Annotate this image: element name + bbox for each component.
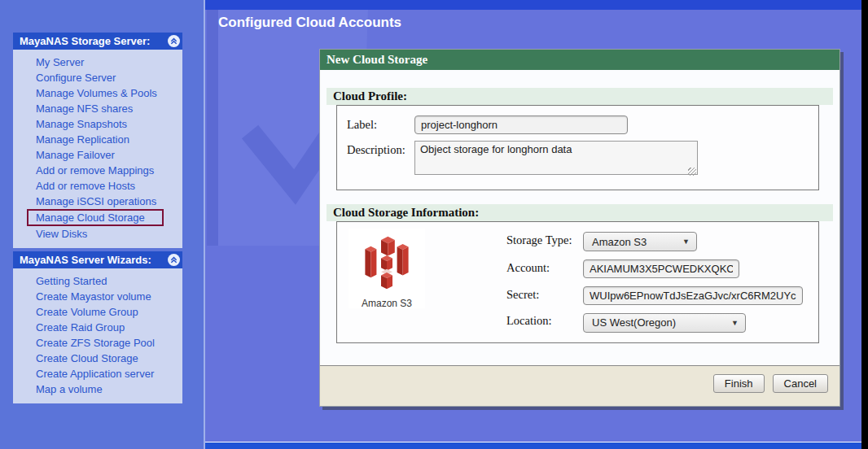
secret-label: Secret: (506, 286, 583, 302)
cloud-profile-fieldset: Label: Description: (336, 105, 819, 190)
description-field-label: Description: (347, 141, 414, 157)
sidebar-item-label[interactable]: Add or remove Hosts (36, 180, 135, 192)
dropdown-arrow-icon: ▼ (731, 319, 739, 327)
sidebar-item[interactable]: Manage Failover (13, 147, 182, 163)
main-content: Configured Cloud Accounts New Cloud Stor… (204, 0, 861, 449)
sidebar-item-label[interactable]: Create Raid Group (36, 321, 125, 333)
sidebar-item[interactable]: Create Cloud Storage (13, 351, 182, 366)
sidebar-item[interactable]: Manage Volumes & Pools (13, 85, 182, 101)
collapse-icon[interactable] (168, 35, 180, 47)
location-label: Location: (506, 312, 583, 328)
sidebar-item[interactable]: Map a volume (13, 381, 182, 397)
sidebar: MayaNAS Storage Server: My ServerConfigu… (13, 33, 182, 403)
storage-form: Storage Type: Amazon S3 ▼ Account: Secre… (506, 232, 803, 333)
sidebar-item-label[interactable]: Create ZFS Storage Pool (36, 337, 155, 349)
sidebar-item-label[interactable]: Create Cloud Storage (36, 352, 138, 364)
sidebar-item[interactable]: Add or remove Hosts (13, 178, 182, 194)
account-label: Account: (506, 259, 583, 275)
provider-logo-box: Amazon S3 (349, 229, 425, 308)
sidebar-section-header: MayaNAS Storage Server: (13, 33, 182, 50)
sidebar-item-label[interactable]: My Server (36, 56, 84, 68)
cloud-storage-fieldset: Amazon S3 Storage Type: Amazon S3 ▼ Acco… (336, 221, 819, 343)
sidebar-item-label[interactable]: Manage Snapshots (36, 118, 127, 130)
sidebar-section-header: MayaNAS Server Wizards: (13, 251, 182, 268)
sidebar-item-label[interactable]: Manage Failover (36, 149, 115, 161)
sidebar-item[interactable]: Manage iSCSI operations (13, 194, 182, 209)
dialog-title: New Cloud Storage (320, 50, 840, 70)
sidebar-item[interactable]: Create Raid Group (13, 320, 182, 335)
sidebar-list: Getting StartedCreate Mayastor volumeCre… (13, 268, 182, 403)
cloud-storage-info-heading: Cloud Storage Information: (327, 204, 833, 221)
sidebar-item[interactable]: Create Mayastor volume (13, 289, 182, 304)
sidebar-item-label[interactable]: Manage Replication (36, 133, 129, 146)
sidebar-item-label[interactable]: Manage NFS shares (36, 102, 133, 115)
bottom-bar (205, 442, 861, 449)
sidebar-item-label[interactable]: View Disks (36, 228, 87, 240)
finish-button[interactable]: Finish (713, 374, 765, 393)
sidebar-item[interactable]: Manage NFS shares (13, 101, 182, 116)
location-value: US West(Oregon) (592, 316, 676, 329)
sidebar-list: My ServerConfigure ServerManage Volumes … (13, 50, 182, 248)
storage-type-value: Amazon S3 (592, 236, 647, 248)
sidebar-item-label[interactable]: Add or remove Mappings (36, 164, 154, 177)
sidebar-item[interactable]: Create Application server (13, 366, 182, 381)
dialog-body: Cloud Profile: Label: Description: Cloud… (320, 70, 840, 365)
sidebar-item-label[interactable]: Map a volume (36, 383, 103, 395)
description-textarea[interactable] (414, 141, 698, 175)
storage-type-label: Storage Type: (506, 232, 583, 247)
sidebar-item-label[interactable]: Manage Volumes & Pools (36, 87, 157, 99)
sidebar-item-label[interactable]: Manage Cloud Storage (27, 209, 164, 226)
sidebar-item[interactable]: Create ZFS Storage Pool (13, 335, 182, 351)
sidebar-section-title: MayaNAS Server Wizards: (20, 254, 151, 266)
sidebar-item[interactable]: Getting Started (13, 273, 182, 289)
right-black-strip (861, 0, 868, 449)
account-input[interactable] (583, 259, 739, 278)
new-cloud-storage-dialog: New Cloud Storage Cloud Profile: Label: … (319, 49, 840, 407)
dropdown-arrow-icon: ▼ (682, 238, 690, 246)
sidebar-section-wizards: MayaNAS Server Wizards: Getting StartedC… (13, 251, 182, 403)
sidebar-item[interactable]: My Server (13, 54, 182, 70)
sidebar-item[interactable]: Add or remove Mappings (13, 163, 182, 178)
storage-type-select[interactable]: Amazon S3 ▼ (583, 232, 697, 251)
sidebar-item[interactable]: Create Volume Group (13, 304, 182, 320)
sidebar-item[interactable]: View Disks (13, 226, 182, 242)
cancel-button[interactable]: Cancel (773, 374, 828, 393)
dialog-footer: Finish Cancel (320, 365, 840, 406)
cloud-profile-heading: Cloud Profile: (327, 88, 833, 105)
sidebar-section-storage-server: MayaNAS Storage Server: My ServerConfigu… (13, 33, 182, 248)
sidebar-section-title: MayaNAS Storage Server: (20, 35, 150, 47)
sidebar-item-label[interactable]: Create Mayastor volume (36, 290, 151, 303)
label-field-label: Label: (347, 116, 414, 132)
provider-caption: Amazon S3 (349, 298, 425, 309)
sidebar-item[interactable]: Configure Server (13, 70, 182, 85)
page-title: Configured Cloud Accounts (218, 15, 401, 31)
sidebar-item-label[interactable]: Manage iSCSI operations (36, 195, 156, 207)
sidebar-item-label[interactable]: Getting Started (36, 275, 107, 287)
sidebar-item[interactable]: Manage Replication (13, 132, 182, 147)
sidebar-item-label[interactable]: Configure Server (36, 72, 116, 84)
sidebar-item-label[interactable]: Create Volume Group (36, 306, 138, 318)
collapse-icon[interactable] (168, 254, 180, 266)
location-select[interactable]: US West(Oregon) ▼ (583, 313, 746, 333)
sidebar-item-label[interactable]: Create Application server (36, 368, 154, 380)
resize-grip-icon[interactable] (688, 168, 696, 176)
sidebar-item[interactable]: Manage Cloud Storage (13, 209, 182, 226)
amazon-s3-logo-icon (358, 233, 415, 293)
top-bar (205, 0, 861, 10)
secret-input[interactable] (583, 286, 803, 305)
label-input[interactable] (414, 116, 628, 134)
sidebar-item[interactable]: Manage Snapshots (13, 116, 182, 132)
